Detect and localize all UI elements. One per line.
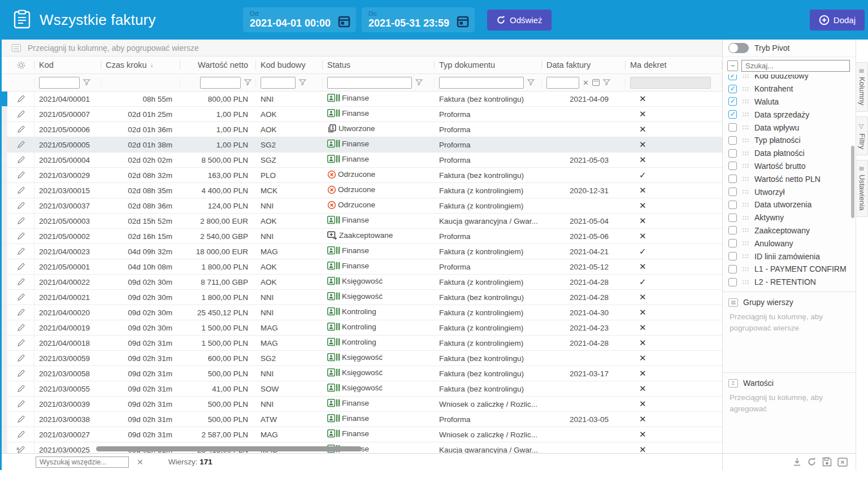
filter-funnel-icon[interactable] xyxy=(244,79,251,86)
column-checkbox[interactable] xyxy=(728,97,737,106)
drag-handle-icon[interactable] xyxy=(742,75,749,79)
column-checkbox[interactable] xyxy=(728,123,737,132)
column-checkbox[interactable] xyxy=(728,201,737,209)
table-row[interactable]: 2021/04/00018 09d 02h 31m 1 500,00 PLN M… xyxy=(2,336,722,351)
column-list-item[interactable]: Wartość brutto xyxy=(728,160,856,173)
edit-button[interactable] xyxy=(7,244,34,259)
table-row[interactable]: 2021/04/00023 04d 09h 32m 18 000,00 EUR … xyxy=(2,244,722,259)
drag-handle-icon[interactable] xyxy=(742,99,749,104)
column-list-item[interactable]: Aktywny xyxy=(728,211,856,224)
edit-button[interactable] xyxy=(7,366,34,381)
drag-handle-icon[interactable] xyxy=(742,151,749,156)
drag-handle-icon[interactable] xyxy=(742,267,749,272)
column-checkbox[interactable] xyxy=(728,149,737,158)
side-tab[interactable]: ≣ Kolumny xyxy=(856,62,868,112)
table-row[interactable]: 2021/05/00005 02d 01h 38m 1,00 PLN SG2 1 xyxy=(2,137,722,153)
edit-button[interactable] xyxy=(7,168,34,182)
table-row[interactable]: 2021/03/00039 09d 02h 31m 500,00 PLN NNI… xyxy=(2,397,722,412)
column-checkbox[interactable] xyxy=(728,136,737,145)
sidebar-scrollbar[interactable] xyxy=(851,146,854,218)
table-row[interactable]: 2021/05/00001 04d 10h 08m 1 800,00 PLN A… xyxy=(2,259,722,275)
table-row[interactable]: 2021/05/00007 02d 01h 25m 1,00 PLN AOK 1 xyxy=(2,107,722,122)
drag-handle-icon[interactable] xyxy=(742,125,749,130)
edit-button[interactable] xyxy=(7,336,34,350)
clear-search-icon[interactable]: ✕ xyxy=(137,458,144,467)
table-row[interactable]: 2021/05/00002 02d 16h 15m 2 540,00 GBP N… xyxy=(2,229,722,244)
col-header-ma-dekret[interactable]: Ma dekret xyxy=(626,56,722,73)
edit-button[interactable] xyxy=(7,351,34,366)
column-checkbox[interactable] xyxy=(728,278,737,286)
column-checkbox[interactable] xyxy=(728,85,737,93)
filter-data-input[interactable] xyxy=(546,77,579,89)
column-checkbox[interactable] xyxy=(728,239,737,247)
edit-button[interactable] xyxy=(7,427,34,442)
filter-kod-budowy-input[interactable] xyxy=(261,77,296,89)
col-header-kod-budowy[interactable]: Kod budowy xyxy=(256,56,323,73)
column-list-item[interactable]: Kod budżetowy xyxy=(728,75,856,82)
col-header-data-faktury[interactable]: Data faktury xyxy=(542,56,626,73)
col-header-status[interactable]: Status xyxy=(323,56,435,73)
filter-funnel-icon[interactable] xyxy=(83,79,90,86)
scrollbar-thumb[interactable] xyxy=(96,446,362,451)
column-checkbox[interactable] xyxy=(728,175,737,183)
column-checkbox[interactable] xyxy=(728,226,737,234)
global-search-input[interactable] xyxy=(36,456,129,468)
drag-handle-icon[interactable] xyxy=(742,228,749,233)
column-list-item[interactable]: L1 - PAYMENT CONFIRM xyxy=(728,263,856,276)
col-header-wartosc-netto[interactable]: Wartość netto xyxy=(180,56,256,73)
table-row[interactable]: 2021/03/00058 09d 02h 31m 500,00 PLN NNI… xyxy=(2,366,722,381)
column-list-item[interactable]: Data wpływu xyxy=(728,121,856,134)
download-icon[interactable] xyxy=(793,458,801,467)
edit-button[interactable] xyxy=(7,305,34,320)
refresh-button[interactable]: Odśwież xyxy=(487,10,552,31)
filter-status-input[interactable] xyxy=(327,77,412,89)
filter-kod-input[interactable] xyxy=(39,77,80,89)
column-list-item[interactable]: ID linii zamówienia xyxy=(728,250,856,263)
drag-handle-icon[interactable] xyxy=(742,86,749,92)
reload-icon[interactable] xyxy=(807,457,817,467)
col-header-czas-kroku[interactable]: Czas kroku↓ xyxy=(101,56,180,73)
table-row[interactable]: 2021/03/00038 09d 02h 31m 500,00 PLN ATW… xyxy=(2,412,722,427)
filter-funnel-icon[interactable] xyxy=(527,79,535,86)
table-row[interactable]: 2021/03/00015 02d 08h 35m 4 400,00 PLN M… xyxy=(2,183,722,198)
column-list-item[interactable]: Zaakceptowany xyxy=(728,224,856,237)
column-list-item[interactable]: Data sprzedaży xyxy=(728,108,856,121)
column-checkbox[interactable] xyxy=(728,252,737,260)
column-list-item[interactable]: Kontrahent xyxy=(728,82,856,95)
drag-handle-icon[interactable] xyxy=(742,176,749,181)
edit-button[interactable] xyxy=(7,137,34,152)
column-checkbox[interactable] xyxy=(728,162,737,170)
table-row[interactable]: 2021/04/00020 09d 02h 30m 25 450,12 PLN … xyxy=(2,305,722,320)
date-from-field[interactable]: Od 2021-04-01 00:00 xyxy=(243,7,356,32)
edit-button[interactable] xyxy=(7,397,34,411)
edit-button[interactable] xyxy=(7,229,34,244)
edit-button[interactable] xyxy=(7,153,34,167)
edit-button[interactable] xyxy=(7,198,34,213)
calendar-outline-icon[interactable] xyxy=(592,79,600,86)
edit-button[interactable] xyxy=(7,92,34,106)
drag-handle-icon[interactable] xyxy=(742,112,749,117)
drag-handle-icon[interactable] xyxy=(742,202,749,207)
grid-settings-button[interactable] xyxy=(7,56,34,73)
column-list-item[interactable]: Utworzył xyxy=(728,185,856,198)
date-to-field[interactable]: Do 2021-05-31 23:59 xyxy=(362,7,475,32)
column-checkbox[interactable] xyxy=(728,75,737,80)
edit-button[interactable] xyxy=(7,183,34,198)
drag-handle-icon[interactable] xyxy=(742,254,749,259)
edit-button[interactable] xyxy=(7,412,34,427)
column-list-item[interactable]: L2 - RETENTION xyxy=(728,276,856,289)
filter-typ-input[interactable] xyxy=(439,77,524,89)
column-list-item[interactable]: Data płatności xyxy=(728,147,856,160)
column-list-item[interactable]: Wartość netto PLN xyxy=(728,172,856,185)
table-row[interactable]: 2021/04/00019 09d 02h 30m 1 500,00 PLN M… xyxy=(2,320,722,336)
table-row[interactable]: 2021/03/00029 02d 08h 32m 163,00 PLN PLO… xyxy=(2,168,722,183)
column-checkbox[interactable] xyxy=(728,214,737,222)
table-row[interactable]: 2021/03/00059 09d 02h 31m 600,00 PLN SG2… xyxy=(2,351,722,366)
column-search-input[interactable] xyxy=(741,60,850,72)
drag-handle-icon[interactable] xyxy=(742,163,749,168)
column-checkbox[interactable] xyxy=(728,188,737,196)
table-row[interactable]: 2021/03/00037 02d 08h 36m 124,00 PLN NNI… xyxy=(2,198,722,214)
save-icon[interactable] xyxy=(822,457,832,467)
drag-handle-icon[interactable] xyxy=(742,280,749,285)
filter-funnel-icon[interactable] xyxy=(299,79,306,86)
